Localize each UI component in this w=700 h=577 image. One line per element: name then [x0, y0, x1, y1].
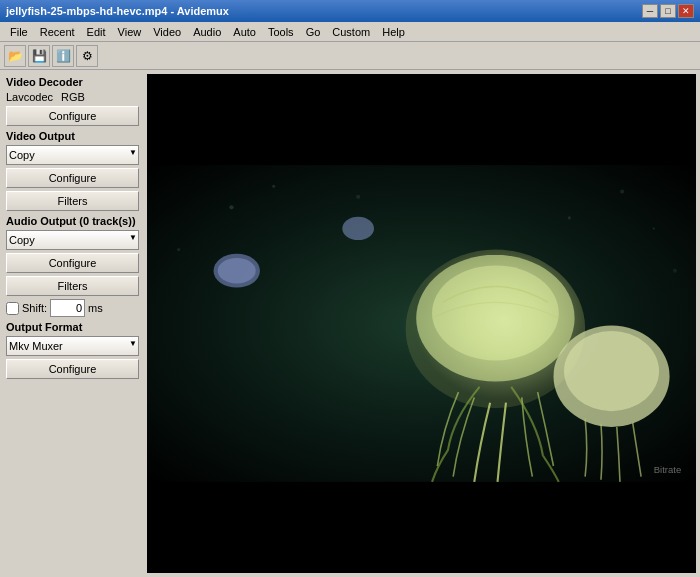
- audio-output-filters[interactable]: Filters: [6, 276, 139, 296]
- svg-point-4: [568, 216, 571, 219]
- svg-point-10: [218, 258, 256, 283]
- menu-view[interactable]: View: [112, 25, 148, 39]
- video-decoder-labels: Lavcodec RGB: [6, 91, 139, 103]
- toolbar-save[interactable]: 💾: [28, 45, 50, 67]
- shift-checkbox[interactable]: [6, 302, 19, 315]
- audio-output-configure[interactable]: Configure: [6, 253, 139, 273]
- audio-output-title: Audio Output (0 track(s)): [6, 215, 139, 227]
- right-panel: Bitrate: [145, 70, 700, 577]
- menu-bar: File Recent Edit View Video Audio Auto T…: [0, 22, 700, 42]
- svg-text:Bitrate: Bitrate: [654, 464, 681, 475]
- output-format-title: Output Format: [6, 321, 139, 333]
- svg-point-11: [342, 217, 374, 240]
- svg-point-7: [177, 248, 180, 251]
- menu-edit[interactable]: Edit: [81, 25, 112, 39]
- svg-point-14: [432, 265, 559, 360]
- maximize-button[interactable]: □: [660, 4, 676, 18]
- menu-recent[interactable]: Recent: [34, 25, 81, 39]
- video-output-title: Video Output: [6, 130, 139, 142]
- toolbar-info[interactable]: ℹ️: [52, 45, 74, 67]
- menu-help[interactable]: Help: [376, 25, 411, 39]
- minimize-button[interactable]: ─: [642, 4, 658, 18]
- svg-point-16: [564, 331, 659, 411]
- ms-label: ms: [88, 302, 103, 314]
- video-decoder-title: Video Decoder: [6, 76, 139, 88]
- menu-file[interactable]: File: [4, 25, 34, 39]
- video-output-dropdown-wrapper: Copy Mpeg4 ASP (Xvid4) Mpeg4 AVC (x264) …: [6, 145, 139, 165]
- window-controls: ─ □ ✕: [642, 4, 694, 18]
- menu-custom[interactable]: Custom: [326, 25, 376, 39]
- lavcodec-label: Lavcodec: [6, 91, 53, 103]
- toolbar: 📂 💾 ℹ️ ⚙: [0, 42, 700, 70]
- video-output-configure[interactable]: Configure: [6, 168, 139, 188]
- menu-tools[interactable]: Tools: [262, 25, 300, 39]
- shift-input[interactable]: [50, 299, 85, 317]
- audio-output-dropdown-wrapper: Copy AC3 AAC ▼: [6, 230, 139, 250]
- svg-point-5: [620, 189, 624, 193]
- toolbar-open[interactable]: 📂: [4, 45, 26, 67]
- menu-go[interactable]: Go: [300, 25, 327, 39]
- toolbar-settings[interactable]: ⚙: [76, 45, 98, 67]
- shift-row: Shift: ms: [6, 299, 139, 317]
- svg-point-1: [229, 205, 233, 209]
- svg-point-2: [272, 185, 275, 188]
- svg-point-3: [356, 195, 360, 199]
- menu-auto[interactable]: Auto: [227, 25, 262, 39]
- title-bar: jellyfish-25-mbps-hd-hevc.mp4 - Avidemux…: [0, 0, 700, 22]
- video-decoder-configure[interactable]: Configure: [6, 106, 139, 126]
- rgb-label: RGB: [61, 91, 85, 103]
- menu-audio[interactable]: Audio: [187, 25, 227, 39]
- video-output-filters[interactable]: Filters: [6, 191, 139, 211]
- menu-video[interactable]: Video: [147, 25, 187, 39]
- video-output-select[interactable]: Copy Mpeg4 ASP (Xvid4) Mpeg4 AVC (x264) …: [6, 145, 139, 165]
- svg-point-6: [653, 227, 655, 229]
- output-format-dropdown-wrapper: Mkv Muxer MP4 Muxer AVI Muxer ▼: [6, 336, 139, 356]
- video-preview: Bitrate: [147, 74, 696, 573]
- audio-output-select[interactable]: Copy AC3 AAC: [6, 230, 139, 250]
- output-format-configure[interactable]: Configure: [6, 359, 139, 379]
- close-button[interactable]: ✕: [678, 4, 694, 18]
- output-format-select[interactable]: Mkv Muxer MP4 Muxer AVI Muxer: [6, 336, 139, 356]
- left-panel: Video Decoder Lavcodec RGB Configure Vid…: [0, 70, 145, 577]
- main-content: Video Decoder Lavcodec RGB Configure Vid…: [0, 70, 700, 577]
- svg-point-8: [673, 269, 677, 273]
- window-title: jellyfish-25-mbps-hd-hevc.mp4 - Avidemux: [6, 5, 229, 17]
- shift-label: Shift:: [22, 302, 47, 314]
- video-frame: Bitrate: [147, 74, 696, 573]
